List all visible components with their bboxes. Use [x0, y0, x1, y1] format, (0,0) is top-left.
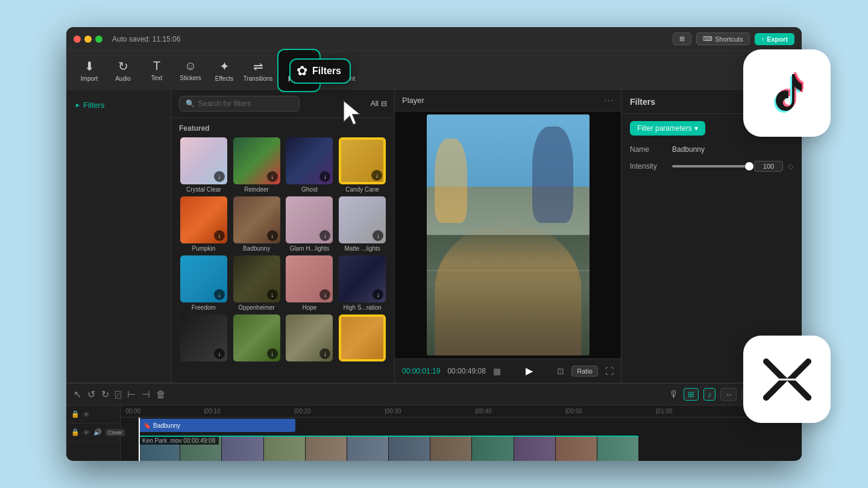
all-filter-button[interactable]: All ⊟: [371, 99, 387, 108]
filter-reindeer[interactable]: ↓ Reindeer: [232, 137, 281, 193]
name-value: Badbunny: [672, 145, 705, 154]
download-badge: ↓: [267, 230, 278, 241]
thumb-9: [472, 437, 514, 461]
video-track-add[interactable]: ⊞: [684, 388, 699, 401]
filter-grid-container[interactable]: Featured ↓ Crystal Clear ↓: [172, 118, 394, 383]
filter-clip[interactable]: 🔖 Badbunny: [139, 419, 295, 432]
export-button[interactable]: ↑ Export: [755, 33, 794, 45]
filter-pumpkin[interactable]: ↓ Pumpkin: [179, 196, 228, 252]
filter-oppenheimer[interactable]: ↓ Oppenheimer: [232, 255, 281, 311]
thumb-6: [347, 437, 389, 461]
ratio-button[interactable]: Ratio: [571, 366, 598, 377]
player-header: Player ⋯: [395, 90, 621, 111]
download-badge: ↓: [214, 289, 225, 300]
intensity-label: Intensity: [630, 162, 672, 170]
filter-grid: ↓ Crystal Clear ↓ Reindeer: [179, 137, 387, 363]
video-clip-label: Ken Park .mov 00:00:49:08: [139, 437, 219, 445]
filter-ghost[interactable]: ↓ Ghost: [285, 137, 335, 193]
track-option1[interactable]: ↔: [720, 388, 737, 401]
toolbar-audio[interactable]: ↻ Audio: [107, 55, 139, 86]
download-badge: ↓: [214, 348, 225, 359]
delete-button[interactable]: 🗑: [156, 389, 166, 400]
play-button[interactable]: ▶: [526, 365, 533, 377]
toolbar-effects[interactable]: ✦ Effects: [209, 55, 240, 86]
intensity-slider[interactable]: [672, 165, 749, 167]
player-title: Player: [402, 96, 424, 105]
filter-freedom[interactable]: ↓ Freedom: [179, 255, 228, 311]
intensity-reset-icon[interactable]: ◇: [788, 162, 793, 170]
title-bar-actions: ⊞ ⌨ Shortcuts ↑ Export: [673, 33, 794, 45]
stickers-icon: ☺: [184, 59, 197, 73]
visibility-icon[interactable]: 👁: [83, 411, 90, 418]
thumb-5: [306, 437, 347, 461]
download-badge: ↓: [373, 289, 383, 300]
download-badge: ↓: [214, 230, 225, 241]
filter-row4a[interactable]: ↓: [179, 314, 228, 363]
filter-badbunny[interactable]: ↓ Badbunny: [232, 196, 281, 252]
video-clip[interactable]: Ken Park .mov 00:00:49:08: [139, 436, 639, 461]
playhead: [139, 418, 140, 461]
select-tool-button[interactable]: ↖: [74, 389, 81, 400]
lock-icon[interactable]: 🔒: [71, 410, 80, 418]
filter-clip-bookmark: 🔖: [143, 422, 151, 429]
toolbar-transitions[interactable]: ⇌ Transitions: [242, 55, 274, 86]
player-area: Player ⋯ 00:00: [395, 90, 621, 383]
filter-icon: ⊟: [381, 99, 387, 108]
filter-high-saturation[interactable]: ↓ High S...ration: [338, 255, 387, 311]
sidebar-item-filters[interactable]: Filters: [66, 96, 171, 114]
filter-candy-cane[interactable]: ↓ Candy Cane: [338, 137, 387, 193]
filter-crystal-clear[interactable]: ↓ Crystal Clear: [179, 137, 228, 193]
screenshot-icon[interactable]: ⊡: [557, 366, 564, 376]
name-label: Name: [630, 145, 672, 154]
intensity-input[interactable]: 100: [754, 161, 783, 172]
video-lock-icon[interactable]: 🔒: [71, 428, 80, 436]
filter-row4c[interactable]: ↓: [285, 314, 335, 363]
thumb-11: [556, 437, 597, 461]
maximize-button[interactable]: [95, 36, 102, 43]
filter-search-bar: 🔍 Search for filters All ⊟: [172, 90, 394, 118]
fullscreen-icon[interactable]: ⛶: [605, 366, 614, 376]
storyboard-icon[interactable]: ▦: [493, 366, 501, 376]
timeline: ↖ ↺ ↻ ⍁ ⊢ ⊣ 🗑 🎙 ⊞ ♪ ↔ ⊕ ⊡ − 🔒 👁: [66, 383, 802, 461]
traffic-lights: [74, 36, 102, 43]
search-box[interactable]: 🔍 Search for filters: [179, 96, 300, 111]
player-menu-icon[interactable]: ⋯: [604, 95, 614, 106]
trim-left-button[interactable]: ⊢: [127, 389, 136, 400]
filter-hope[interactable]: ↓ Hope: [285, 255, 335, 311]
minimize-button[interactable]: [84, 36, 92, 43]
filter-glamh[interactable]: ↓ Glam H...lights: [285, 196, 335, 252]
tiktok-logo: [763, 69, 811, 117]
layout-button[interactable]: ⊞: [673, 33, 691, 45]
video-speaker-icon[interactable]: 🔊: [93, 428, 102, 436]
toolbar-import[interactable]: ⬇ Import: [74, 55, 105, 86]
thumb-4: [264, 437, 306, 461]
import-icon: ⬇: [84, 59, 95, 74]
timeline-tracks: 00:00 |00:10 |00:20 |00:30 |00:40 |00:50…: [121, 405, 802, 461]
shortcuts-button[interactable]: ⌨ Shortcuts: [696, 33, 749, 45]
undo-button[interactable]: ↺: [87, 389, 95, 400]
time-total: 00:00:49:08: [447, 367, 485, 375]
filter-matte[interactable]: ↓ Matte ...lights: [338, 196, 387, 252]
timeline-content: 🔒 👁 🔒 👁 🔊 Cover 00:00 |00:10 |00:20: [66, 405, 802, 461]
app-window: Auto saved: 11:15:06 ⊞ ⌨ Shortcuts ↑ Exp…: [66, 27, 802, 461]
filter-row4b[interactable]: ↓: [232, 314, 281, 363]
redo-button[interactable]: ↻: [101, 389, 109, 400]
main-area: Filters 🔍 Search for filters All ⊟ Featu…: [66, 90, 802, 383]
mic-button[interactable]: 🎙: [669, 389, 679, 400]
filter-name-row: Name Badbunny: [630, 145, 793, 154]
thumb-7: [389, 437, 430, 461]
video-visibility-icon[interactable]: 👁: [83, 429, 90, 436]
filter-row4d[interactable]: [338, 314, 387, 363]
filter-params-tab[interactable]: Filter parameters ▾: [630, 121, 705, 136]
toolbar-text[interactable]: T Text: [141, 55, 172, 86]
audio-track-add[interactable]: ♪: [703, 388, 716, 401]
trim-right-button[interactable]: ⊣: [142, 389, 150, 400]
title-bar: Auto saved: 11:15:06 ⊞ ⌨ Shortcuts ↑ Exp…: [66, 27, 802, 51]
tiktok-app-icon: [743, 49, 831, 137]
close-button[interactable]: [74, 36, 81, 43]
download-badge: ↓: [267, 171, 278, 182]
featured-title: Featured: [179, 124, 387, 133]
toolbar-stickers[interactable]: ☺ Stickers: [175, 55, 206, 86]
split-button[interactable]: ⍁: [115, 389, 121, 400]
download-badge: ↓: [371, 170, 382, 181]
